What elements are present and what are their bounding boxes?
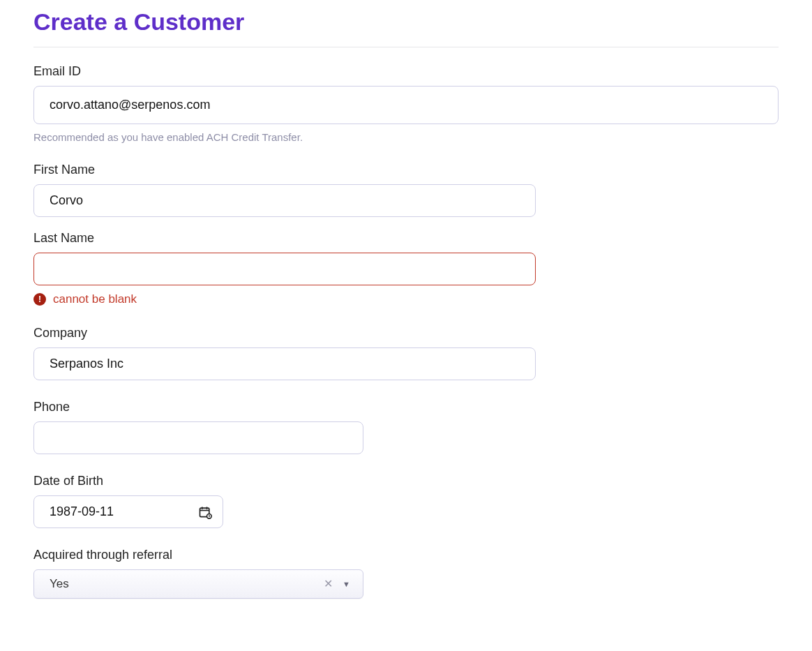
email-input[interactable] <box>33 86 779 124</box>
last-name-error-text: cannot be blank <box>53 292 137 306</box>
first-name-label: First Name <box>33 163 779 177</box>
dob-input[interactable] <box>33 495 223 528</box>
last-name-label: Last Name <box>33 231 779 246</box>
company-input[interactable] <box>33 347 536 380</box>
referral-select-value: Yes <box>50 577 319 591</box>
email-label: Email ID <box>33 64 779 79</box>
phone-field-group: Phone <box>33 400 779 454</box>
referral-select[interactable]: Yes ✕ ▼ <box>33 569 363 599</box>
company-field-group: Company <box>33 326 779 380</box>
page-title: Create a Customer <box>33 8 779 47</box>
first-name-input[interactable] <box>33 184 536 217</box>
last-name-error-row: ! cannot be blank <box>33 292 779 306</box>
email-field-group: Email ID Recommended as you have enabled… <box>33 64 779 143</box>
dob-field-group: Date of Birth <box>33 474 779 528</box>
referral-field-group: Acquired through referral Yes ✕ ▼ <box>33 548 779 599</box>
phone-input[interactable] <box>33 421 363 454</box>
company-label: Company <box>33 326 779 341</box>
dob-label: Date of Birth <box>33 474 779 488</box>
error-icon: ! <box>33 293 46 306</box>
email-helper-text: Recommended as you have enabled ACH Cred… <box>33 131 779 143</box>
first-name-field-group: First Name <box>33 163 779 217</box>
referral-label: Acquired through referral <box>33 548 779 562</box>
clear-icon[interactable]: ✕ <box>319 578 337 590</box>
chevron-down-icon: ▼ <box>337 580 353 588</box>
phone-label: Phone <box>33 400 779 414</box>
last-name-field-group: Last Name ! cannot be blank <box>33 231 779 306</box>
last-name-input[interactable] <box>33 253 536 285</box>
